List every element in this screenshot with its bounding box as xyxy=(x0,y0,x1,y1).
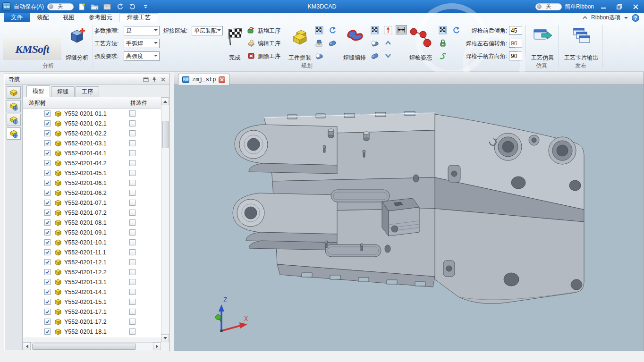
pinzhuang-checkbox[interactable] xyxy=(129,249,136,255)
tab-assembly[interactable]: 装配 xyxy=(30,13,56,22)
visibility-checkbox[interactable] xyxy=(44,219,51,226)
visibility-checkbox[interactable] xyxy=(44,110,51,117)
tree-row[interactable]: Y552-0201-10.1 xyxy=(23,237,161,247)
undo-small-icon[interactable] xyxy=(328,25,337,35)
tree-row[interactable]: Y552-0201-14.1 xyxy=(23,287,161,297)
tree-row[interactable]: Y552-0201-02.1 xyxy=(23,118,161,128)
horizontal-scrollbar[interactable] xyxy=(23,342,161,350)
tree-row[interactable]: Y552-0201-06.1 xyxy=(23,178,161,188)
pinzhuang-checkbox[interactable] xyxy=(129,309,136,315)
red-arrow-up-icon[interactable] xyxy=(383,25,393,35)
chevron-down-icon[interactable] xyxy=(383,51,393,60)
tree-row[interactable]: Y552-0201-09.1 xyxy=(23,227,161,237)
tree-row[interactable]: Y552-0201-04.2 xyxy=(23,158,161,168)
torch-pose-button[interactable]: 焊枪姿态 xyxy=(406,25,435,68)
tab-operation[interactable]: 工序 xyxy=(76,86,99,97)
float-window-icon[interactable] xyxy=(143,77,149,83)
lock-icon[interactable] xyxy=(438,38,448,48)
finish-flag-small-icon[interactable] xyxy=(370,25,380,35)
weld-navigator-button[interactable] xyxy=(7,100,21,112)
simple-ribbon-toggle[interactable]: 关 xyxy=(535,3,562,10)
new-file-icon[interactable] xyxy=(77,2,86,11)
visibility-checkbox[interactable] xyxy=(44,190,51,196)
scroll-right-button[interactable] xyxy=(153,342,161,350)
visibility-checkbox[interactable] xyxy=(44,180,51,186)
edit-operation-button[interactable]: 编辑工序 xyxy=(247,38,280,49)
vertical-scrollbar[interactable] xyxy=(161,97,169,342)
visibility-checkbox[interactable] xyxy=(44,210,51,216)
finish-button[interactable]: 完成 xyxy=(224,25,246,68)
pinzhuang-checkbox[interactable] xyxy=(129,219,136,226)
pinzhuang-checkbox[interactable] xyxy=(129,319,136,325)
pinzhuang-checkbox[interactable] xyxy=(129,279,136,285)
tree-row[interactable]: Y552-0201-05.1 xyxy=(23,168,161,178)
pinzhuang-checkbox[interactable] xyxy=(129,239,136,245)
app-icon[interactable]: KM xyxy=(2,2,11,11)
pinzhuang-checkbox[interactable] xyxy=(129,180,136,186)
pinzhuang-checkbox[interactable] xyxy=(129,229,136,236)
tree-row[interactable]: Y552-0201-13.1 xyxy=(23,277,161,287)
visibility-checkbox[interactable] xyxy=(44,309,51,315)
model-navigator-button[interactable] xyxy=(7,127,21,140)
visibility-checkbox[interactable] xyxy=(44,150,51,156)
visibility-checkbox[interactable] xyxy=(44,289,51,295)
view-3d[interactable]: Z X xyxy=(174,85,644,351)
pinzhuang-checkbox[interactable] xyxy=(129,150,136,156)
pinzhuang-checkbox[interactable] xyxy=(129,160,136,166)
capsule-outline-icon[interactable] xyxy=(370,38,380,48)
visibility-checkbox[interactable] xyxy=(44,269,51,275)
qat-more-icon[interactable] xyxy=(141,2,150,11)
pinzhuang-checkbox[interactable] xyxy=(129,289,136,295)
ribbon-options-label[interactable]: Ribbon选项 xyxy=(591,14,620,22)
tree-row[interactable]: Y552-0201-11.1 xyxy=(23,247,161,257)
delete-operation-button[interactable]: 删除工序 xyxy=(247,51,280,61)
tree-row[interactable]: Y552-0201-06.2 xyxy=(23,188,161,198)
tree-row[interactable]: Y552-0201-18.1 xyxy=(23,327,161,337)
pinzhuang-checkbox[interactable] xyxy=(129,200,136,206)
autosave-toggle[interactable]: 关 xyxy=(47,3,74,10)
visibility-checkbox[interactable] xyxy=(44,319,51,325)
visibility-checkbox[interactable] xyxy=(44,160,51,166)
finish-flag-small-icon[interactable] xyxy=(314,25,324,35)
pinzhuang-checkbox[interactable] xyxy=(129,170,136,176)
visibility-checkbox[interactable] xyxy=(44,239,51,245)
pinzhuang-checkbox[interactable] xyxy=(129,140,136,146)
pinzhuang-checkbox[interactable] xyxy=(129,190,136,196)
scrollbar-thumb[interactable] xyxy=(162,121,169,148)
tab-model[interactable]: 模型 xyxy=(26,85,50,97)
tree-row[interactable]: Y552-0201-12.2 xyxy=(23,267,161,277)
visibility-checkbox[interactable] xyxy=(44,279,51,285)
pinzhuang-checkbox[interactable] xyxy=(129,110,136,117)
torch-yaw-input[interactable] xyxy=(509,39,522,48)
tree-row[interactable]: Y552-0201-03.1 xyxy=(23,138,161,148)
tree-row[interactable]: Y552-0201-02.2 xyxy=(23,128,161,138)
strength-req-combo[interactable]: 高强度 xyxy=(124,51,160,61)
close-document-icon[interactable] xyxy=(219,76,225,83)
place-part-icon[interactable] xyxy=(314,38,324,48)
save-icon[interactable] xyxy=(102,2,112,11)
redo-icon[interactable] xyxy=(128,2,137,11)
torch-pitch-input[interactable] xyxy=(509,26,522,35)
open-folder-icon[interactable] xyxy=(90,2,99,11)
visibility-checkbox[interactable] xyxy=(44,328,51,335)
tab-view[interactable]: 视图 xyxy=(56,13,82,22)
restore-button[interactable] xyxy=(613,2,626,11)
param-inference-combo[interactable]: 是 xyxy=(124,26,160,35)
pinzhuang-checkbox[interactable] xyxy=(129,120,136,126)
process-method-combo[interactable]: 手弧焊 xyxy=(124,39,160,48)
pinzhuang-checkbox[interactable] xyxy=(129,210,136,216)
assembly-navigator-button[interactable] xyxy=(7,86,21,99)
tree-row[interactable]: Y552-0201-12.1 xyxy=(23,257,161,267)
visibility-checkbox[interactable] xyxy=(44,170,51,176)
tab-welding-process[interactable]: 焊接工艺 xyxy=(119,13,158,22)
chevron-up-icon[interactable] xyxy=(383,38,393,48)
visibility-checkbox[interactable] xyxy=(44,200,51,206)
tab-file[interactable]: 文件 xyxy=(4,13,30,22)
tree-row[interactable]: Y552-0201-07.1 xyxy=(23,198,161,208)
document-tab[interactable]: KM zmj_stp xyxy=(178,74,229,85)
pinzhuang-checkbox[interactable] xyxy=(129,299,136,305)
pinzhuang-checkbox[interactable] xyxy=(129,130,136,136)
undo-icon[interactable] xyxy=(115,2,125,11)
tab-weld[interactable]: 焊缝 xyxy=(51,86,75,97)
minimize-button[interactable] xyxy=(597,2,610,11)
